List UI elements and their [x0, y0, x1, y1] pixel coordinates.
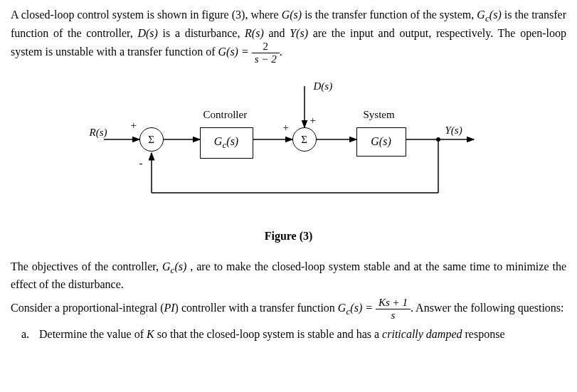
- intro-text: is a disturbance,: [158, 27, 245, 39]
- sign-minus: -: [139, 156, 143, 171]
- symbol-Gs-eq: G(s) =: [218, 46, 252, 58]
- qa-text: response: [462, 328, 505, 340]
- pi-text: ) controller with a transfer function: [175, 302, 338, 314]
- pi-text: . Answer the following questions:: [411, 302, 564, 314]
- obj-text: The objectives of the controller,: [11, 260, 162, 272]
- pi-paragraph: Consider a proportional-integral (PI) co…: [11, 297, 566, 321]
- summing-2: Σ: [292, 127, 317, 152]
- symbol-K: K: [147, 328, 154, 340]
- label-controller: Controller: [203, 107, 248, 122]
- qa-text: Determine the value of: [39, 328, 147, 340]
- label-Ys: Y(s): [445, 123, 462, 138]
- label-Ds: D(s): [314, 79, 333, 94]
- figure-caption: Figure (3): [11, 228, 566, 244]
- fraction-Gs: 2s − 2: [252, 41, 280, 65]
- crit-damped: critically damped: [382, 328, 462, 340]
- block-controller: Gc(s): [200, 127, 253, 159]
- objectives-paragraph: The objectives of the controller, Gc(s) …: [11, 259, 566, 293]
- intro-text: A closed-loop control system is shown in…: [11, 9, 282, 21]
- symbol-Gcs3: Gc(s) =: [338, 302, 376, 314]
- symbol-Ds: D(s): [137, 27, 157, 39]
- pi-label: PI: [164, 302, 175, 314]
- sign-plus: +: [131, 118, 137, 133]
- intro-text: and: [264, 27, 290, 39]
- symbol-Ys: Y(s): [290, 27, 308, 39]
- sign-plus-2: +: [283, 120, 289, 135]
- summing-1: Σ: [139, 127, 164, 152]
- label-Rs: R(s): [90, 125, 107, 140]
- intro-period: .: [280, 46, 282, 58]
- intro-paragraph: A closed-loop control system is shown in…: [11, 7, 566, 65]
- qa-text: so that the closed-loop system is stable…: [154, 328, 382, 340]
- block-system: G(s): [356, 127, 406, 156]
- sign-plus-3: +: [310, 113, 316, 128]
- question-a: Determine the value of K so that the clo…: [32, 327, 566, 342]
- pi-text: Consider a proportional-integral (: [11, 302, 164, 314]
- label-system: System: [364, 107, 395, 122]
- intro-text: is the transfer function of the system,: [302, 9, 477, 21]
- question-list: Determine the value of K so that the clo…: [11, 327, 566, 342]
- block-diagram: R(s) D(s) Y(s) Controller System + - + +…: [90, 79, 488, 221]
- fraction-Gcs: Ks + 1s: [376, 297, 411, 321]
- symbol-Gcs2: Gc(s): [162, 260, 186, 272]
- symbol-Gcs: Gc(s): [477, 9, 501, 21]
- symbol-Rs: R(s): [245, 27, 264, 39]
- symbol-Gs: G(s): [282, 9, 302, 21]
